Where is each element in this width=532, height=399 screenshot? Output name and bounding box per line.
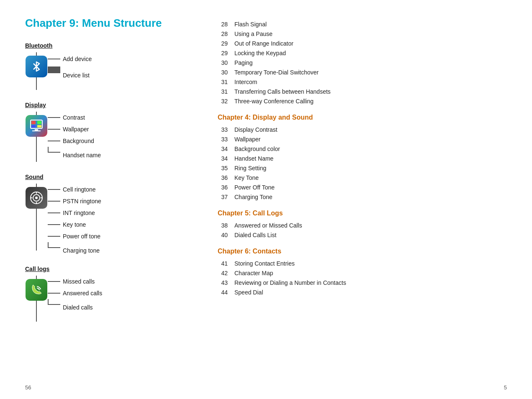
display-item-2: Wallpaper — [63, 126, 89, 133]
sound-item-5: Power off tone — [63, 233, 100, 240]
toc-item: 42 Character Map — [218, 270, 507, 276]
chapter-title: Chapter 9: Menu Structure — [25, 17, 201, 30]
calllogs-item-3: Dialed calls — [63, 304, 93, 311]
bluetooth-icon-box — [26, 56, 47, 77]
svg-rect-3 — [31, 125, 36, 128]
calllogs-item-2: Answered calls — [63, 290, 102, 297]
calllogs-item-1: Missed calls — [63, 278, 95, 285]
left-column: Chapter 9: Menu Structure Bluetooth — [25, 17, 201, 333]
toc-item: 30 Paging — [218, 59, 507, 66]
toc-item: 35 Ring Setting — [218, 165, 507, 171]
display-branches: Contrast Wallpaper Background Handset na… — [48, 112, 101, 159]
calllogs-icon-box — [26, 279, 47, 301]
toc-chapter-title-6: Chapter 6: Contacts — [218, 248, 507, 255]
toc-item: 43 Reviewing or Dialing a Number in Cont… — [218, 279, 507, 286]
sound-item-2: PSTN ringtone — [63, 198, 101, 205]
toc-item: 40 Dialed Calls List — [218, 232, 507, 238]
bluetooth-item-2: Device list — [63, 72, 90, 79]
toc-item: 29 Locking the Keypad — [218, 50, 507, 56]
section-label-display: Display — [25, 102, 201, 108]
toc-item: 41 Storing Contact Entries — [218, 260, 507, 267]
display-item-4: Handset name — [63, 152, 101, 159]
toc-item: 33 Display Contrast — [218, 126, 507, 133]
sound-icon-box — [26, 187, 47, 209]
bluetooth-item-1: Add device — [63, 56, 92, 62]
toc-item: 34 Handset Name — [218, 155, 507, 162]
toc-item: 34 Background color — [218, 146, 507, 152]
calllogs-branches: Missed calls Answered calls Dialed calls — [48, 276, 102, 311]
sound-item-4: Key tone — [63, 221, 86, 228]
bluetooth-symbol-icon — [30, 60, 43, 73]
toc-item: 37 Charging Tone — [218, 194, 507, 200]
toc-chapter-title-5: Chapter 5: Call Logs — [218, 210, 507, 217]
section-label-bluetooth: Bluetooth — [25, 42, 201, 49]
menu-section-calllogs: Call logs — [25, 266, 201, 322]
menu-section-display: Display — [25, 102, 201, 162]
display-item-3: Background — [63, 138, 94, 144]
toc-item: 28 Using a Pause — [218, 31, 507, 37]
page-number-left: 56 — [25, 384, 31, 391]
section-label-calllogs: Call logs — [25, 266, 201, 272]
right-column-toc: 28 Flash Signal 28 Using a Pause 29 Out … — [218, 17, 507, 333]
toc-item: 30 Temporary Tone-Dial Switchover — [218, 69, 507, 76]
svg-rect-6 — [32, 130, 41, 131]
display-item-1: Contrast — [63, 114, 85, 121]
toc-item: 28 Flash Signal — [218, 21, 507, 28]
toc-group-ch4: Chapter 4: Display and Sound 33 Display … — [218, 114, 507, 200]
toc-group-ch6: Chapter 6: Contacts 41 Storing Contact E… — [218, 248, 507, 296]
svg-rect-2 — [37, 121, 41, 124]
svg-rect-4 — [37, 125, 41, 128]
toc-item: 31 Intercom — [218, 79, 507, 85]
section-label-sound: Sound — [25, 174, 201, 180]
svg-rect-1 — [31, 121, 36, 124]
toc-item: 38 Answered or Missed Calls — [218, 222, 507, 229]
toc-item: 32 Three-way Conference Calling — [218, 98, 507, 105]
toc-item: 36 Key Tone — [218, 174, 507, 181]
toc-item: 33 Wallpaper — [218, 136, 507, 143]
toc-item: 36 Power Off Tone — [218, 184, 507, 191]
toc-item: 44 Speed Dial — [218, 289, 507, 296]
toc-item: 29 Out of Range Indicator — [218, 40, 507, 47]
svg-rect-5 — [35, 129, 38, 130]
svg-point-9 — [35, 197, 38, 199]
toc-item: 31 Transferring Calls between Handsets — [218, 88, 507, 95]
bluetooth-branches: Add device Device list — [48, 52, 92, 79]
page-number-right: 5 — [504, 384, 507, 391]
toc-chapter-title-4: Chapter 4: Display and Sound — [218, 114, 507, 121]
menu-section-sound: Sound — [25, 174, 201, 254]
toc-group-ch5: Chapter 5: Call Logs 38 Answered or Miss… — [218, 210, 507, 238]
display-icon-box — [26, 115, 47, 137]
sound-symbol-icon — [29, 190, 44, 205]
sound-branches: Cell ringtone PSTN ringtone INT ringtone… — [48, 184, 101, 254]
calllogs-symbol-icon — [29, 282, 44, 297]
toc-group-0: 28 Flash Signal 28 Using a Pause 29 Out … — [218, 21, 507, 105]
sound-item-3: INT ringtone — [63, 210, 95, 216]
sound-item-1: Cell ringtone — [63, 186, 96, 193]
sound-item-6: Charging tone — [63, 247, 100, 254]
display-symbol-icon — [29, 118, 44, 133]
menu-section-bluetooth: Bluetooth Add — [25, 42, 201, 90]
